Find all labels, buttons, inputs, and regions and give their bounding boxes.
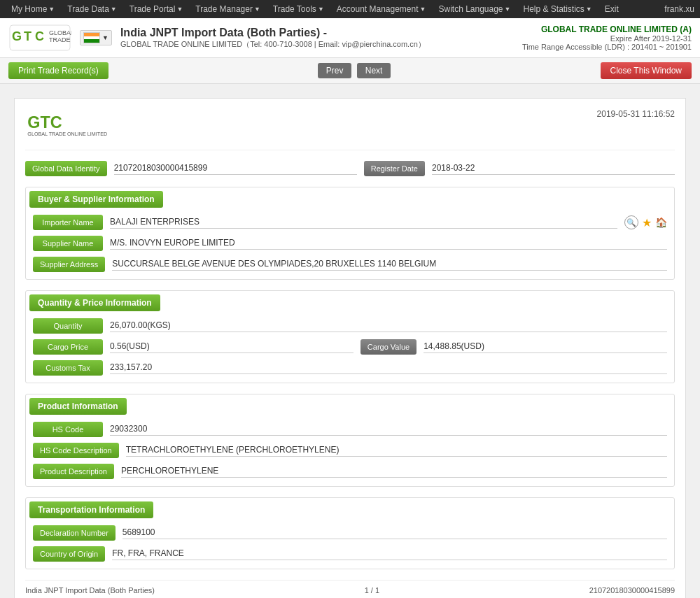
next-button[interactable]: Next — [357, 63, 391, 78]
cargo-price-row: Cargo Price 0.56(USD) Cargo Value 14,488… — [33, 339, 667, 355]
chevron-down-icon: ▼ — [420, 6, 426, 13]
nav-my-home[interactable]: My Home ▼ — [6, 1, 60, 17]
main-content: GTC GLOBAL TRADE ONLINE LIMITED 2019-05-… — [0, 84, 700, 598]
nav-trade-data[interactable]: Trade Data ▼ — [62, 1, 122, 17]
record-footer-center: 1 / 1 — [365, 586, 379, 595]
page-header: G T C GLOBAL TRADE ▼ India JNPT Import D… — [0, 18, 700, 58]
star-icon[interactable]: ★ — [642, 216, 652, 229]
svg-text:C: C — [35, 29, 44, 43]
product-description-row: Product Description PERCHLOROETHYLENE — [33, 464, 667, 479]
global-data-identity-label: Global Data Identity — [25, 161, 107, 176]
record-header: GTC GLOBAL TRADE ONLINE LIMITED 2019-05-… — [25, 109, 675, 150]
country-origin-label: Country of Origin — [33, 546, 105, 562]
hs-code-label: HS Code — [33, 422, 103, 437]
buyer-supplier-title: Buyer & Supplier Information — [29, 191, 163, 208]
declaration-number-row: Declaration Number 5689100 — [33, 525, 667, 541]
quantity-row: Quantity 26,070.00(KGS) — [33, 318, 667, 334]
search-icon[interactable]: 🔍 — [624, 215, 638, 229]
svg-text:TRADE: TRADE — [49, 36, 71, 43]
global-data-identity-value: 21072018030000415899 — [114, 163, 357, 175]
svg-text:G: G — [12, 29, 22, 43]
transportation-section: Transportation Information Declaration N… — [25, 497, 675, 569]
hs-code-value: 29032300 — [110, 424, 667, 436]
transportation-body: Declaration Number 5689100 Country of Or… — [26, 518, 674, 569]
product-title: Product Information — [29, 398, 127, 415]
hs-code-description-label: HS Code Description — [33, 443, 119, 458]
supplier-address-row: Supplier Address SUCCURSALE BELGE AVENUE… — [33, 257, 667, 272]
customs-tax-row: Customs Tax 233,157.20 — [33, 360, 667, 376]
contact-info: GLOBAL TRADE ONLINE LIMITED（Tel: 400-710… — [120, 39, 514, 50]
register-date-value: 2018-03-22 — [432, 163, 675, 175]
declaration-number-value: 5689100 — [122, 527, 667, 539]
nav-help-statistics[interactable]: Help & Statistics ▼ — [517, 1, 597, 17]
identity-row: Global Data Identity 2107201803000041589… — [25, 161, 675, 176]
record-footer-left: India JNPT Import Data (Both Parties) — [25, 586, 155, 595]
cargo-value-value: 14,488.85(USD) — [424, 341, 667, 353]
prev-button[interactable]: Prev — [318, 63, 352, 78]
username-display: frank.xu — [664, 4, 694, 14]
svg-text:GTC: GTC — [27, 113, 62, 131]
product-description-label: Product Description — [33, 464, 114, 479]
page-title-block: India JNPT Import Data (Both Parties) - … — [120, 27, 514, 50]
product-section: Product Information HS Code 29032300 HS … — [25, 394, 675, 487]
importer-name-label: Importer Name — [33, 215, 103, 230]
toolbar-top: Print Trade Record(s) Prev Next Close Th… — [0, 58, 700, 84]
importer-name-value: BALAJI ENTERPRISES — [110, 217, 617, 229]
quantity-label: Quantity — [33, 318, 103, 334]
chevron-down-icon: ▼ — [48, 6, 55, 13]
page-title: India JNPT Import Data (Both Parties) - — [120, 27, 514, 39]
quantity-value: 26,070.00(KGS) — [110, 320, 667, 332]
svg-text:GLOBAL TRADE ONLINE LIMITED: GLOBAL TRADE ONLINE LIMITED — [27, 131, 107, 137]
importer-icons: 🔍 ★ 🏠 — [624, 215, 667, 229]
transportation-title: Transportation Information — [29, 501, 153, 518]
chevron-down-icon: ▼ — [176, 6, 183, 13]
customs-tax-label: Customs Tax — [33, 360, 103, 376]
chevron-down-icon: ▼ — [505, 6, 511, 13]
chevron-down-icon: ▼ — [254, 6, 260, 13]
svg-text:T: T — [24, 29, 31, 43]
gtc-logo: G T C GLOBAL TRADE — [8, 24, 71, 52]
declaration-number-label: Declaration Number — [33, 525, 115, 541]
nav-trade-tools[interactable]: Trade Tools ▼ — [267, 1, 330, 17]
nav-trade-manager[interactable]: Trade Manager ▼ — [190, 1, 266, 17]
account-info: GLOBAL TRADE ONLINE LIMITED (A) Expire A… — [522, 24, 692, 51]
close-window-button[interactable]: Close This Window — [601, 62, 692, 79]
time-range: Time Range Accessible (LDR) : 201401 ~ 2… — [522, 43, 692, 51]
cargo-price-label: Cargo Price — [33, 339, 103, 355]
cargo-value-label: Cargo Value — [360, 339, 416, 355]
india-flag-icon — [83, 32, 100, 43]
buyer-supplier-body: Importer Name BALAJI ENTERPRISES 🔍 ★ 🏠 S… — [26, 208, 674, 279]
country-origin-value: FR, FRA, FRANCE — [112, 548, 667, 560]
product-body: HS Code 29032300 HS Code Description TET… — [26, 415, 674, 486]
home-icon[interactable]: 🏠 — [655, 217, 667, 228]
customs-tax-value: 233,157.20 — [110, 362, 667, 374]
quantity-price-title: Quantity & Price Information — [29, 294, 160, 311]
nav-buttons: Prev Next — [316, 63, 393, 78]
nav-trade-portal[interactable]: Trade Portal ▼ — [124, 1, 189, 17]
nav-exit[interactable]: Exit — [599, 1, 624, 17]
print-button[interactable]: Print Trade Record(s) — [8, 62, 108, 79]
cargo-price-value: 0.56(USD) — [110, 341, 354, 353]
country-flag-selector[interactable]: ▼ — [80, 30, 112, 45]
hs-code-row: HS Code 29032300 — [33, 422, 667, 437]
hs-code-description-row: HS Code Description TETRACHLOROETHYLENE … — [33, 443, 667, 458]
importer-name-row: Importer Name BALAJI ENTERPRISES 🔍 ★ 🏠 — [33, 215, 667, 230]
record-footer: India JNPT Import Data (Both Parties) 1 … — [25, 580, 675, 595]
supplier-name-label: Supplier Name — [33, 236, 103, 251]
country-origin-row: Country of Origin FR, FRA, FRANCE — [33, 546, 667, 562]
record-datetime: 2019-05-31 11:16:52 — [597, 109, 675, 119]
product-description-value: PERCHLOROETHYLENE — [121, 466, 667, 478]
chevron-down-icon: ▼ — [586, 6, 592, 13]
expire-date: Expire After 2019-12-31 — [522, 34, 692, 43]
buyer-supplier-section: Buyer & Supplier Information Importer Na… — [25, 187, 675, 280]
nav-left: My Home ▼ Trade Data ▼ Trade Portal ▼ Tr… — [6, 1, 624, 17]
register-date-label: Register Date — [364, 161, 425, 176]
nav-account-management[interactable]: Account Management ▼ — [331, 1, 432, 17]
hs-code-description-value: TETRACHLOROETHYLENE (PERCHLOROETHYLENE) — [126, 445, 667, 457]
quantity-price-body: Quantity 26,070.00(KGS) Cargo Price 0.56… — [26, 311, 674, 383]
quantity-price-section: Quantity & Price Information Quantity 26… — [25, 290, 675, 383]
nav-switch-language[interactable]: Switch Language ▼ — [433, 1, 516, 17]
chevron-down-icon: ▼ — [318, 6, 324, 13]
trade-record-card: GTC GLOBAL TRADE ONLINE LIMITED 2019-05-… — [14, 98, 686, 598]
company-name: GLOBAL TRADE ONLINE LIMITED (A) — [522, 24, 692, 34]
